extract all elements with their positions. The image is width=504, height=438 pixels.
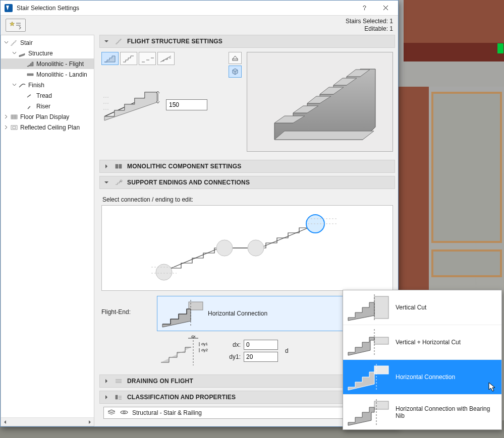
svg-marker-6	[274, 69, 375, 140]
svg-point-16	[120, 180, 122, 182]
monolithic-landing-icon	[25, 71, 35, 78]
close-button[interactable]	[375, 1, 396, 15]
dx-input[interactable]	[244, 340, 278, 350]
tree-label: Floor Plan Display	[19, 113, 69, 120]
popup-item-horizontal-connection[interactable]: Horizontal Connection	[343, 360, 501, 395]
section-label: DRAINING ON FLIGHT	[127, 378, 193, 385]
vertical-cut-icon	[345, 293, 391, 322]
monolithic-flight-icon	[25, 60, 35, 68]
tree-label: Monolithic - Landin	[35, 71, 87, 78]
tree-label: Riser	[35, 103, 50, 110]
chevron-right-icon	[103, 378, 110, 385]
section-label: MONOLITHIC COMPONENT SETTINGS	[127, 163, 241, 170]
scroll-left-icon[interactable]	[1, 418, 10, 426]
popup-item-horizontal-connection-bearing-nib[interactable]: Horizontal Connection with Bearing Nib	[343, 395, 501, 429]
layer-combo[interactable]: Structural - Stair & Railing	[103, 407, 353, 419]
connection-canvas[interactable]	[101, 205, 393, 291]
svg-rect-14	[116, 164, 118, 168]
tree-item-structure[interactable]: Structure	[1, 48, 94, 58]
app-icon	[5, 4, 13, 12]
sidebar-hscrollbar[interactable]	[1, 417, 94, 426]
chevron-down-icon	[103, 179, 110, 186]
dy1-label: dy1:	[227, 353, 241, 360]
tree-label: Finish	[27, 82, 44, 89]
finish-icon	[17, 82, 27, 89]
structure-option-cantilever[interactable]	[139, 52, 156, 65]
tree-label: Tread	[35, 92, 52, 99]
select-connection-label: Select connection / ending to edit:	[102, 196, 393, 203]
rcp-icon	[9, 124, 19, 131]
favorites-button[interactable]	[6, 19, 26, 32]
structure-option-beam-side[interactable]	[120, 52, 137, 65]
riser-icon	[25, 103, 35, 110]
dxdy-diagram: dx dy1 dy2	[157, 335, 222, 366]
flight-end-popup: Vertical Cut Vertical + Horizontal Cut H…	[343, 290, 502, 430]
flight-end-label: Flight-End:	[101, 296, 157, 316]
tree-item-tread[interactable]: Tread	[1, 90, 94, 101]
flight-structure-panel	[99, 48, 395, 157]
svg-rect-15	[119, 164, 122, 168]
endings-icon	[114, 179, 123, 186]
stair-settings-dialog: Stair Selection Settings Stairs Selected…	[0, 0, 399, 427]
dy1-input[interactable]	[244, 352, 278, 362]
tree-item-finish[interactable]: Finish	[1, 80, 94, 90]
tree-item-stair[interactable]: Stair	[1, 37, 94, 48]
popup-label: Horizontal Connection	[396, 373, 497, 381]
chevron-right-icon	[103, 163, 110, 170]
thickness-diagram	[101, 86, 161, 123]
mode-3d[interactable]	[229, 66, 242, 78]
popup-item-vertical-cut[interactable]: Vertical Cut	[343, 290, 501, 325]
svg-text:dx: dx	[191, 335, 195, 339]
layer-name: Structural - Stair & Railing	[132, 409, 341, 416]
chevron-down-icon	[103, 38, 110, 45]
svg-text:dy1: dy1	[201, 342, 208, 346]
svg-point-17	[156, 264, 172, 280]
popup-item-vertical-horizontal-cut[interactable]: Vertical + Horizontal Cut	[343, 325, 501, 360]
svg-point-18	[216, 240, 233, 256]
popup-label: Horizontal Connection with Bearing Nib	[396, 405, 497, 419]
structure-option-stringer[interactable]	[157, 52, 175, 65]
svg-point-0	[364, 10, 365, 11]
tree-item-monolithic-landing[interactable]: Monolithic - Landin	[1, 69, 94, 80]
structure-option-monolithic[interactable]	[101, 52, 119, 65]
thickness-input[interactable]	[166, 99, 207, 110]
section-support-endings[interactable]: SUPPORT ENDINGS AND CONNECTIONS	[99, 176, 395, 189]
classification-icon	[114, 394, 123, 401]
status-line-2: Editable: 1	[346, 25, 393, 33]
vh-cut-icon	[345, 328, 391, 356]
tree-item-rcp[interactable]: Reflected Ceiling Plan	[1, 122, 94, 133]
section-monolithic-component[interactable]: MONOLITHIC COMPONENT SETTINGS	[99, 160, 395, 173]
bearing-nib-icon	[345, 398, 391, 426]
mode-2d[interactable]	[229, 52, 242, 64]
svg-rect-1	[27, 74, 33, 76]
tree-label: Structure	[27, 50, 53, 57]
tread-icon	[25, 92, 35, 99]
help-button[interactable]	[354, 1, 375, 15]
flight-end-thumb-icon	[159, 299, 205, 328]
eye-icon	[120, 409, 128, 417]
svg-rect-4	[13, 127, 16, 129]
component-icon	[114, 163, 123, 170]
selection-status: Stairs Selected: 1 Editable: 1	[346, 18, 393, 33]
extra-d-label: d	[285, 347, 289, 354]
section-label: SUPPORT ENDINGS AND CONNECTIONS	[127, 179, 250, 186]
scroll-right-icon[interactable]	[85, 418, 94, 426]
tree-item-riser[interactable]: Riser	[1, 101, 94, 111]
tree-label: Stair	[19, 39, 33, 46]
draining-icon	[114, 378, 123, 385]
tree-label: Reflected Ceiling Plan	[19, 124, 80, 131]
svg-point-28	[123, 411, 125, 413]
svg-rect-3	[11, 126, 17, 130]
stair-icon	[9, 39, 19, 46]
tree-item-monolithic-flight[interactable]: Monolithic - Flight	[1, 58, 94, 69]
titlebar: Stair Selection Settings	[1, 1, 398, 16]
svg-rect-29	[374, 296, 388, 319]
flight-structure-icon	[114, 38, 123, 45]
floor-plan-icon	[9, 113, 19, 120]
section-flight-structure[interactable]: FLIGHT STRUCTURE SETTINGS	[99, 35, 395, 48]
structure-type-options	[101, 52, 207, 65]
tree-item-floor-plan[interactable]: Floor Plan Display	[1, 111, 94, 122]
settings-tree: Stair Structure Monolithic - Flight Mono…	[1, 35, 94, 426]
section-label: CLASSIFICATION AND PROPERTIES	[127, 394, 236, 401]
tree-label: Monolithic - Flight	[35, 60, 84, 68]
